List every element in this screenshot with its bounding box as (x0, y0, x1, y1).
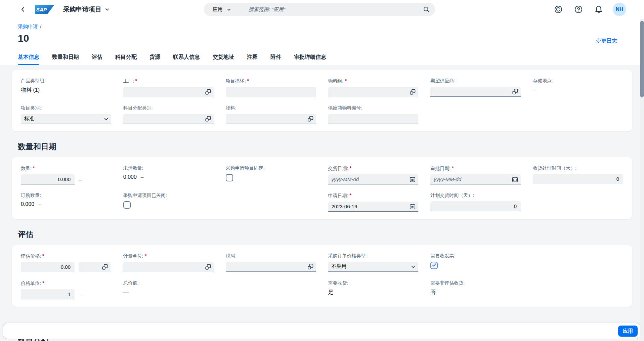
tab-account-assignment[interactable]: 科目分配 (115, 54, 137, 65)
question-icon (574, 5, 583, 13)
required-marker: * (345, 78, 346, 83)
po-price-type-label: 采购订单价格类型: (328, 253, 419, 259)
material-group-input[interactable] (328, 87, 419, 97)
tab-attachments[interactable]: 附件 (270, 54, 281, 65)
value-help-icon[interactable] (512, 89, 518, 94)
scrollbar[interactable] (640, 19, 644, 341)
sap-logo[interactable]: SAP (35, 5, 54, 14)
help-button[interactable] (574, 5, 583, 13)
item-category-select[interactable]: 标准 (21, 114, 111, 124)
value-help-icon[interactable] (308, 116, 313, 122)
item-fixed-checkbox[interactable] (226, 174, 233, 181)
goods-receipt-required-value: 是 (328, 289, 419, 296)
tab-valuation[interactable]: 评估 (92, 54, 102, 65)
calendar-icon[interactable] (410, 176, 416, 182)
requested-date-value: 2023-06-19 (332, 204, 357, 209)
change-log-link[interactable]: 变更日志 (596, 38, 617, 45)
material-label: 物料: (226, 105, 316, 111)
app-title-menu[interactable]: 采购申请项目 (63, 5, 110, 14)
field-open-quantity: 未清数量:0.000– (123, 165, 214, 184)
invoice-receipt-required-checkbox[interactable] (430, 262, 438, 269)
tax-code-input[interactable] (226, 262, 316, 272)
value-help-icon[interactable] (410, 89, 416, 95)
tab-quantities-dates[interactable]: 数量和日期 (52, 54, 79, 65)
tab-delivery-address[interactable]: 交货地址 (213, 54, 234, 65)
field-po-price-type: 采购订单价格类型:不采用 (328, 253, 419, 272)
footer-toolbar: 应用 (3, 323, 641, 339)
search-button[interactable] (422, 5, 430, 13)
field-planned-delivery-time-days: 计划交货时间（天）:0 (430, 193, 521, 212)
apply-button[interactable]: 应用 (618, 326, 638, 337)
required-marker: * (135, 78, 137, 83)
field-price-unit: 价格单位:*1– (21, 280, 111, 299)
value-help-icon[interactable] (205, 116, 211, 122)
calendar-icon[interactable] (410, 204, 416, 210)
plant-label: 工厂:* (123, 78, 214, 84)
notifications-button[interactable] (595, 5, 603, 13)
circled-c-button[interactable] (554, 5, 562, 13)
chevron-down-icon (411, 264, 416, 269)
requested-date-input[interactable]: 2023-06-19 (328, 202, 419, 212)
check-icon (432, 262, 437, 269)
order-unit-input[interactable] (123, 262, 214, 272)
material-input[interactable] (226, 114, 316, 124)
scrollbar-thumb[interactable] (640, 21, 644, 97)
app-title: 采购申请项目 (63, 5, 101, 14)
chevron-down-icon[interactable] (227, 7, 231, 12)
search-scope[interactable]: 应用 (213, 6, 223, 13)
page-header-area: SAP 采购申请项目 应用 搜索范围: "应用" (0, 0, 644, 65)
valuation-price-input[interactable]: 0.00 (21, 262, 75, 272)
quantity-value: 0.000 (24, 176, 72, 182)
tab-notes[interactable]: 注释 (247, 54, 258, 65)
delivery-date-input[interactable]: yyyy-MM-dd (328, 174, 419, 184)
field-invoice-receipt-required: 需要收发票: (430, 253, 521, 272)
plant-input[interactable] (123, 87, 214, 97)
planned-delivery-time-days-input[interactable]: 0 (430, 201, 521, 211)
field-order-unit: 计量单位:* (123, 253, 214, 272)
total-value-label: 总价值: (123, 280, 214, 286)
item-category-label: 项目类别: (21, 105, 111, 111)
search-input[interactable]: 搜索范围: "应用" (249, 6, 422, 13)
po-price-type-select[interactable]: 不采用 (328, 262, 419, 272)
tab-source-of-supply[interactable]: 货源 (149, 54, 160, 65)
quantity-input[interactable]: 0.000 (21, 174, 75, 184)
invoice-receipt-required-label: 需要收发票: (430, 253, 521, 259)
breadcrumb-link[interactable]: 采购申请 (18, 24, 38, 30)
avatar[interactable]: NH (613, 3, 626, 16)
field-material-group: 物料组:* (328, 78, 419, 97)
valuation-price-currency-input[interactable] (79, 262, 111, 272)
item-description-input[interactable] (226, 87, 316, 97)
value-help-icon[interactable] (205, 264, 211, 270)
item-fixed-label: 采购申请项目固定: (226, 165, 316, 171)
open-quantity-value: 0.000– (123, 174, 214, 180)
value-help-icon[interactable] (308, 264, 313, 269)
object-page-content: 产品类型组:物料 (1)工厂:*项目描述:*物料组:*期望供应商:存储地点:–项… (0, 65, 644, 307)
back-button[interactable] (19, 5, 28, 14)
field-supplier-material-number: 供应商物料编号: (328, 105, 419, 124)
required-marker: * (349, 165, 351, 171)
calendar-icon[interactable] (512, 176, 518, 182)
approval-date-input[interactable]: yyyy-MM-dd (430, 174, 521, 184)
value-help-icon[interactable] (102, 264, 108, 270)
non-valuated-gr-required-value: 否 (430, 289, 521, 296)
section-card-basic-info: 产品类型组:物料 (1)工厂:*项目描述:*物料组:*期望供应商:存储地点:–项… (12, 70, 632, 131)
gr-processing-time-days-input[interactable]: 0 (533, 174, 623, 184)
tab-approval-details[interactable]: 审批详细信息 (294, 54, 326, 65)
item-closed-checkbox[interactable] (123, 201, 131, 209)
search-bar[interactable]: 应用 搜索范围: "应用" (204, 3, 435, 16)
field-item-fixed: 采购申请项目固定: (226, 165, 316, 184)
field-item-description: 项目描述:* (226, 78, 316, 97)
value-help-icon[interactable] (205, 89, 211, 95)
non-valuated-gr-required-label: 需要非评估收货: (430, 280, 521, 286)
delivery-date-label: 交货日期:* (328, 165, 419, 172)
account-assignment-category-input[interactable] (123, 114, 214, 124)
approval-date-value: yyyy-MM-dd (434, 176, 461, 182)
tab-contact-info[interactable]: 联系人信息 (173, 54, 200, 65)
goods-receipt-required-label: 需要收货: (328, 280, 419, 286)
desired-supplier-input[interactable] (430, 87, 521, 97)
supplier-material-number-input[interactable] (328, 114, 419, 124)
desired-supplier-label: 期望供应商: (430, 78, 521, 84)
breadcrumb: 采购申请 / (0, 24, 644, 30)
price-unit-input[interactable]: 1 (21, 289, 75, 299)
tab-basic-info[interactable]: 基本信息 (18, 54, 39, 65)
